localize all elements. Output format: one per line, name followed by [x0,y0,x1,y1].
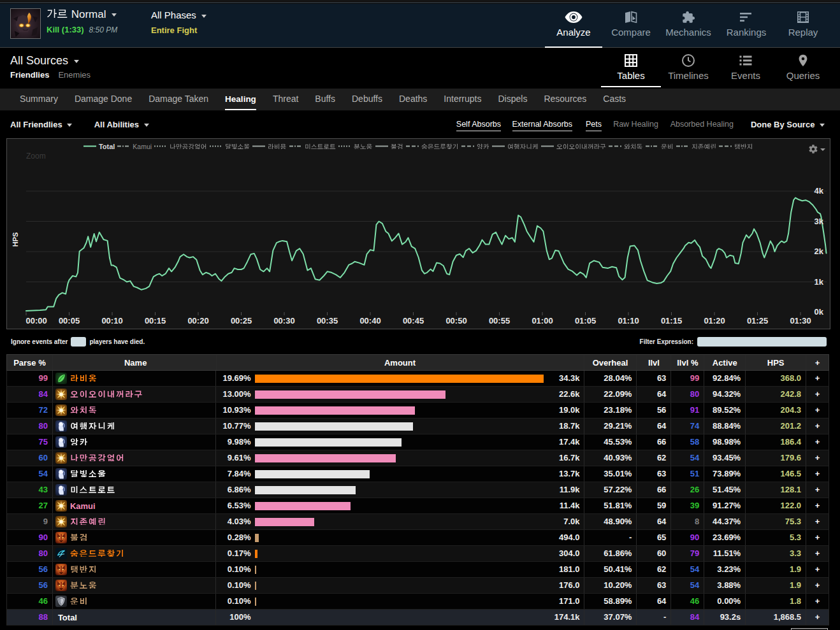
svg-text:01:05: 01:05 [575,316,596,326]
svg-text:00:05: 00:05 [59,316,80,326]
svg-text:00:10: 00:10 [101,316,122,326]
svg-text:01:15: 01:15 [661,316,682,326]
svg-text:00:20: 00:20 [187,316,208,326]
svg-text:1k: 1k [815,277,824,287]
svg-text:00:50: 00:50 [445,316,467,326]
svg-text:HPS: HPS [11,233,19,247]
svg-text:0k: 0k [815,307,824,317]
svg-text:01:00: 01:00 [532,316,553,326]
svg-text:00:00: 00:00 [26,316,47,326]
svg-text:00:30: 00:30 [273,316,294,326]
svg-text:4k: 4k [815,186,824,196]
svg-text:00:25: 00:25 [231,316,252,326]
svg-text:2k: 2k [815,247,824,256]
svg-text:00:35: 00:35 [317,316,338,326]
svg-text:Zoom: Zoom [26,152,46,161]
svg-text:01:10: 01:10 [618,316,639,326]
svg-text:3k: 3k [815,217,824,226]
svg-text:00:40: 00:40 [359,316,380,326]
svg-text:01:30: 01:30 [790,316,811,326]
svg-text:00:45: 00:45 [403,316,424,326]
svg-text:00:55: 00:55 [489,316,510,326]
svg-text:00:15: 00:15 [145,316,166,326]
svg-text:01:20: 01:20 [704,316,725,326]
svg-text:01:25: 01:25 [747,316,768,326]
